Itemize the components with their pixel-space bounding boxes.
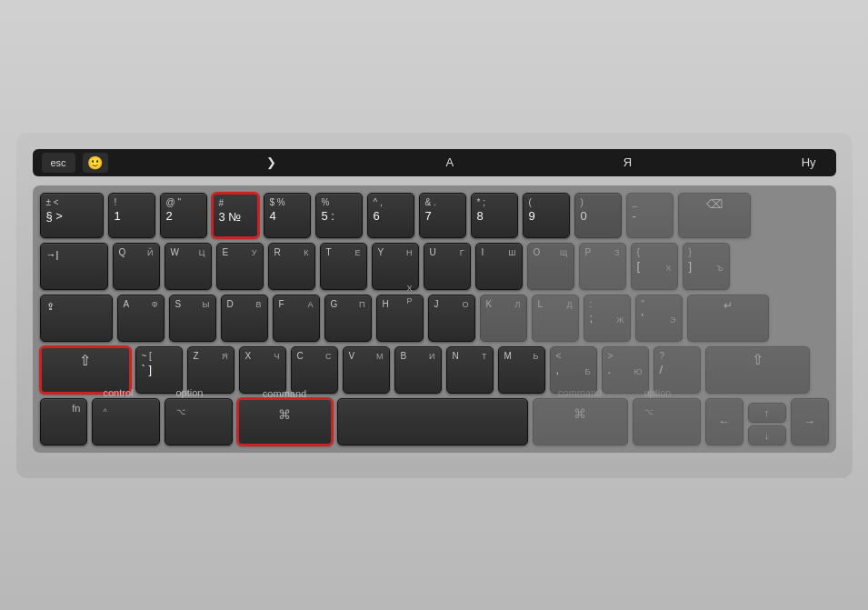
key-bracket-right[interactable]: } ] Ъ xyxy=(683,243,730,290)
key-x[interactable]: X Ч xyxy=(239,346,286,394)
key-bracket-left[interactable]: { [ Х xyxy=(631,243,678,290)
key-minus[interactable]: _ - xyxy=(626,193,673,238)
keyboard-area: esc 🙂 ❯ A Я Ну ± < § > xyxy=(16,133,853,478)
tb-esc-key[interactable]: esc xyxy=(42,153,75,173)
key-9[interactable]: ( 9 xyxy=(523,193,570,238)
key-command[interactable]: ⌘ command xyxy=(237,398,333,445)
key-6[interactable]: ^ , 6 xyxy=(367,193,414,238)
key-arrow-down[interactable]: ↓ xyxy=(748,425,786,445)
key-c[interactable]: C С xyxy=(291,346,338,394)
key-m[interactable]: M Ь xyxy=(498,346,545,394)
key-v[interactable]: V М xyxy=(343,346,390,394)
key-command-right[interactable]: ⌘ command xyxy=(533,398,628,445)
key-semicolon[interactable]: : ; Ж xyxy=(584,295,631,342)
qwerty-row: →| Q Й W Ц E xyxy=(40,243,829,290)
key-w[interactable]: W Ц xyxy=(165,243,212,290)
touch-bar: esc 🙂 ❯ A Я Ну xyxy=(33,149,836,176)
key-section[interactable]: ± < § > xyxy=(40,193,104,238)
key-7[interactable]: & . 7 xyxy=(419,193,466,238)
key-fn[interactable]: fn xyxy=(40,398,87,445)
tb-chevron: ❯ xyxy=(255,155,287,169)
key-backspace[interactable]: ⌫ xyxy=(678,193,751,238)
key-3-hash[interactable]: # 3 № xyxy=(212,193,259,238)
key-0[interactable]: ) 0 xyxy=(574,193,622,238)
key-arrow-right[interactable]: → xyxy=(791,398,829,445)
key-p[interactable]: P З xyxy=(579,243,626,290)
key-g[interactable]: G П xyxy=(324,295,372,342)
key-8[interactable]: * ; 8 xyxy=(471,193,518,238)
tb-char-nu: Ну xyxy=(791,155,827,169)
key-b[interactable]: B И xyxy=(394,346,442,394)
bottom-row: fn ^ control ⌥ option xyxy=(40,398,829,445)
key-return[interactable]: ↵ xyxy=(687,295,769,342)
key-period[interactable]: > . Ю xyxy=(602,346,649,394)
key-t[interactable]: T Е xyxy=(320,243,367,290)
key-arrow-left[interactable]: ← xyxy=(705,398,743,445)
key-n[interactable]: N Т xyxy=(446,346,494,394)
key-k[interactable]: K Л xyxy=(480,295,527,342)
key-f[interactable]: F А xyxy=(273,295,320,342)
key-e[interactable]: E У xyxy=(216,243,264,290)
key-s[interactable]: S Ы xyxy=(169,295,216,342)
key-5[interactable]: % 5 : xyxy=(315,193,363,238)
laptop-frame: esc 🙂 ❯ A Я Ну ± < § > xyxy=(0,0,868,610)
key-o[interactable]: O Щ xyxy=(527,243,574,290)
key-q[interactable]: Q Й xyxy=(113,243,160,290)
key-tab[interactable]: →| xyxy=(40,243,108,290)
key-i[interactable]: I Ш xyxy=(475,243,523,290)
key-shift-right[interactable]: ⇧ xyxy=(705,346,810,394)
tb-emoji-key[interactable]: 🙂 xyxy=(83,153,108,173)
key-j[interactable]: J О xyxy=(428,295,475,342)
key-option-right[interactable]: ⌥ option xyxy=(633,398,701,445)
key-2[interactable]: @ " 2 xyxy=(160,193,207,238)
key-1[interactable]: ! 1 xyxy=(108,193,155,238)
key-quote[interactable]: " ' Э xyxy=(635,295,683,342)
key-arrow-up[interactable]: ↑ xyxy=(748,403,786,423)
tb-char-a: A xyxy=(435,155,465,169)
zxcv-row: ⇧ ~ [ ` ] Z Я X xyxy=(40,346,829,394)
key-r[interactable]: R К xyxy=(268,243,315,290)
key-h[interactable]: H Х Р xyxy=(376,295,424,342)
key-4[interactable]: $ % 4 xyxy=(264,193,311,238)
key-option[interactable]: ⌥ option xyxy=(165,398,233,445)
tb-char-ya: Я xyxy=(613,155,643,169)
key-space[interactable] xyxy=(337,398,528,445)
keyboard-body: ± < § > ! 1 @ " 2 xyxy=(33,185,836,453)
asdf-row: ⇪ A Ф S Ы D xyxy=(40,295,829,342)
key-u[interactable]: U Г xyxy=(424,243,471,290)
key-l[interactable]: L Д xyxy=(532,295,579,342)
key-a[interactable]: A Ф xyxy=(117,295,165,342)
number-row: ± < § > ! 1 @ " 2 xyxy=(40,193,829,238)
key-control[interactable]: ^ control xyxy=(92,398,160,445)
key-d[interactable]: D В xyxy=(221,295,268,342)
key-caps[interactable]: ⇪ xyxy=(40,295,113,342)
